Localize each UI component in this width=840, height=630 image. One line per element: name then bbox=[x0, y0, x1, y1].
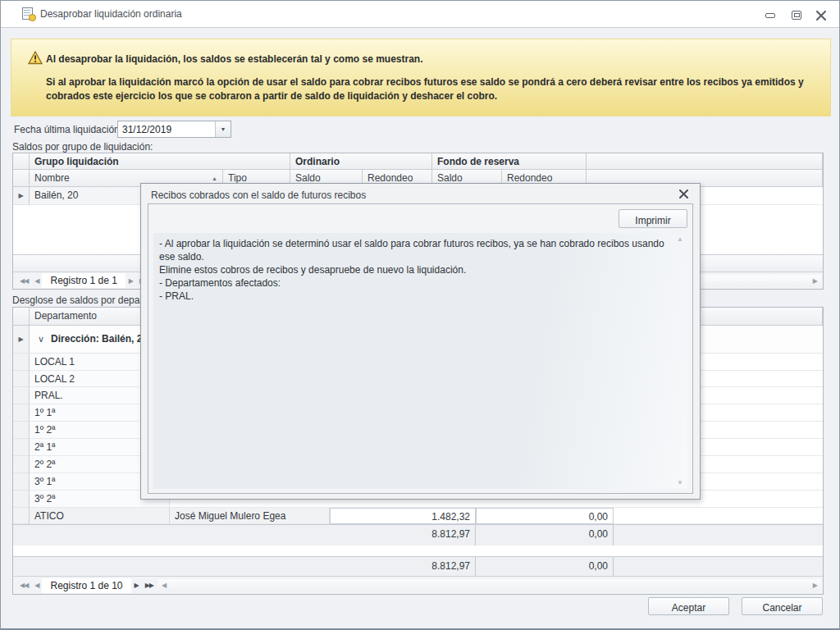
row-indicator-cell bbox=[13, 491, 30, 508]
row-indicator-cell bbox=[13, 354, 30, 371]
grupos-band-row: Grupo liquidación Ordinario Fondo de res… bbox=[13, 153, 823, 170]
total-spacer bbox=[170, 557, 330, 576]
close-button[interactable] bbox=[816, 11, 829, 21]
nav-prev-icon[interactable]: ◀ bbox=[31, 582, 42, 589]
liquidation-document-icon bbox=[22, 7, 35, 21]
warning-icon bbox=[28, 51, 43, 65]
warning-headline: Al desaprobar la liquidación, los saldos… bbox=[46, 53, 423, 65]
row-indicator-cell bbox=[13, 422, 30, 439]
nav-next-icon[interactable]: ▶ bbox=[131, 582, 142, 589]
sort-ascending-icon: ▲ bbox=[212, 176, 217, 181]
modal-panel: Imprimir - Al aprobar la liquidación se … bbox=[148, 203, 693, 494]
print-button[interactable]: Imprimir bbox=[619, 209, 687, 228]
total-indicator-cell bbox=[13, 557, 30, 576]
row-indicator-icon: ▶ bbox=[13, 326, 30, 353]
warning-banner: Al desaprobar la liquidación, los saldos… bbox=[11, 39, 831, 116]
modal-close-button[interactable] bbox=[679, 189, 688, 201]
summary-filler bbox=[614, 525, 823, 546]
record-counter: Registro 1 de 1 bbox=[42, 273, 125, 288]
modal-memo[interactable]: - Al aprobar la liquidación se determinó… bbox=[153, 233, 687, 489]
scroll-right-icon[interactable]: ▶ bbox=[810, 582, 821, 589]
nav-first-icon[interactable]: ◀◀ bbox=[16, 277, 31, 285]
scroll-left-icon[interactable]: ◀ bbox=[158, 582, 170, 589]
memo-line: - Departamentos afectados: bbox=[159, 276, 668, 290]
scroll-up-icon[interactable]: ▲ bbox=[673, 235, 687, 243]
modal-title: Recibos cobrados con el saldo de futuros… bbox=[151, 189, 366, 201]
cell-filler bbox=[614, 508, 823, 525]
row-indicator-cell bbox=[13, 508, 30, 525]
summary-spacer bbox=[170, 525, 330, 546]
minimize-button[interactable] bbox=[764, 11, 777, 21]
row-indicator-cell bbox=[13, 439, 30, 456]
band-ordinario[interactable]: Ordinario bbox=[290, 153, 432, 170]
row-indicator-cell bbox=[13, 387, 30, 404]
maximize-button[interactable] bbox=[790, 11, 803, 21]
scroll-down-icon[interactable]: ▼ bbox=[673, 479, 687, 486]
scroll-right-icon[interactable]: ▶ bbox=[810, 277, 821, 285]
fecha-label: Fecha última liquidación: bbox=[14, 124, 122, 135]
total-saldo: 8.812,97 bbox=[330, 557, 476, 576]
accept-button[interactable]: Aceptar bbox=[648, 597, 729, 615]
chevron-down-icon: ▼ bbox=[221, 126, 226, 132]
row-indicator-icon: ▶ bbox=[13, 187, 30, 205]
summary-indicator-cell bbox=[13, 525, 30, 546]
band-fondo[interactable]: Fondo de reserva bbox=[432, 153, 587, 170]
memo-line: - Al aprobar la liquidación se determinó… bbox=[159, 237, 668, 263]
nav-first-icon[interactable]: ◀◀ bbox=[16, 582, 31, 589]
row-indicator-cell bbox=[13, 404, 30, 422]
window-title: Desaprobar liquidación ordinaria bbox=[40, 8, 182, 20]
recibos-modal: Recibos cobrados con el saldo de futuros… bbox=[140, 183, 701, 500]
dept-row-atico[interactable]: ATICO José Miguel Mulero Egea 1.482,32 0… bbox=[13, 508, 823, 525]
memo-line: Elimine estos cobros de recibos y desapr… bbox=[159, 263, 668, 276]
close-icon bbox=[679, 189, 688, 199]
close-icon bbox=[816, 11, 826, 21]
row-indicator-cell bbox=[13, 371, 30, 388]
group-summary-row: 8.812,97 0,00 bbox=[13, 524, 823, 546]
total-spacer bbox=[30, 557, 170, 576]
total-redondeo: 0,00 bbox=[476, 557, 614, 576]
cell-departamento[interactable]: ATICO bbox=[30, 508, 170, 525]
band-indicator-cell bbox=[13, 153, 30, 170]
fecha-dropdown-button[interactable]: ▼ bbox=[215, 121, 231, 137]
group-expand-icon[interactable]: ∨ bbox=[30, 334, 44, 345]
desglose-horizontal-scrollbar[interactable]: ◀ ▶ bbox=[158, 579, 821, 591]
warning-body: Si al aprobar la liquidación marcó la op… bbox=[46, 75, 835, 103]
cell-saldo[interactable]: 1.482,32 bbox=[330, 508, 476, 525]
row-indicator-cell bbox=[13, 456, 30, 473]
nav-last-icon[interactable]: ▶▶ bbox=[142, 582, 157, 589]
total-filler bbox=[614, 557, 823, 576]
fecha-value: 31/12/2019 bbox=[118, 121, 215, 137]
desglose-navigator: ◀◀ ◀ Registro 1 de 10 ▶ ▶▶ ◀ ▶ bbox=[13, 576, 823, 594]
cancel-button[interactable]: Cancelar bbox=[742, 597, 823, 615]
title-bar: Desaprobar liquidación ordinaria bbox=[1, 1, 839, 28]
record-counter: Registro 1 de 10 bbox=[42, 578, 130, 593]
header-indicator-cell bbox=[13, 170, 30, 187]
summary-spacer bbox=[30, 525, 170, 546]
summary-gap bbox=[13, 546, 823, 556]
memo-line: - PRAL. bbox=[159, 290, 668, 303]
cell-redondeo[interactable]: 0,00 bbox=[476, 508, 614, 525]
summary-saldo: 8.812,97 bbox=[330, 525, 476, 546]
memo-vertical-scrollbar[interactable]: ▲ ▼ bbox=[673, 234, 687, 488]
row-indicator-cell bbox=[13, 473, 30, 491]
nav-prev-icon[interactable]: ◀ bbox=[31, 277, 42, 285]
nav-next-icon[interactable]: ▶ bbox=[126, 277, 136, 285]
group-row-label: Dirección: Bailén, 20 bbox=[44, 333, 148, 345]
band-filler bbox=[587, 153, 823, 170]
grupos-label: Saldos por grupo de liquidación: bbox=[12, 141, 153, 153]
fecha-date-combo[interactable]: 31/12/2019 ▼ bbox=[117, 121, 231, 138]
grand-total-row: 8.812,97 0,00 bbox=[13, 556, 823, 576]
band-grupo[interactable]: Grupo liquidación bbox=[30, 153, 290, 170]
summary-redondeo: 0,00 bbox=[476, 525, 614, 546]
memo-text: - Al aprobar la liquidación se determinó… bbox=[159, 237, 668, 303]
header-indicator-cell bbox=[13, 308, 30, 326]
cell-propietario[interactable]: José Miguel Mulero Egea bbox=[170, 508, 330, 525]
dialog-window: Desaprobar liquidación ordinaria Al desa… bbox=[0, 0, 840, 630]
